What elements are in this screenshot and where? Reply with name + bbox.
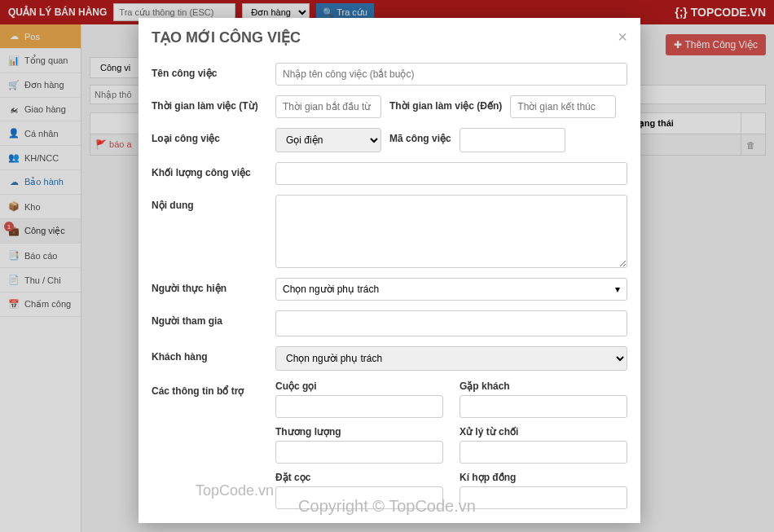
close-icon[interactable]: × (618, 28, 627, 46)
label-participant: Người tham gia (152, 310, 275, 327)
workload-input[interactable] (275, 162, 627, 185)
participant-select[interactable] (275, 310, 627, 336)
chevron-down-icon: ▾ (615, 284, 620, 295)
contract-input[interactable] (460, 486, 627, 509)
task-code-input[interactable] (460, 128, 565, 152)
label-workload: Khối lượng công việc (152, 162, 275, 178)
reject-input[interactable] (460, 441, 627, 464)
call-input[interactable] (275, 395, 443, 418)
label-deposit: Đặt cọc (275, 472, 443, 483)
label-time-to: Thời gian làm việc (Đến) (389, 95, 502, 118)
customer-select[interactable]: Chọn người phụ trách (275, 346, 627, 371)
label-type: Loại công việc (152, 128, 275, 144)
task-name-input[interactable] (275, 63, 627, 86)
content-textarea[interactable] (275, 195, 627, 268)
modal-title: TẠO MỚI CÔNG VIỆC (152, 29, 301, 46)
label-name: Tên công việc (152, 63, 275, 79)
time-to-input[interactable] (510, 95, 616, 118)
meet-input[interactable] (460, 395, 627, 418)
time-from-input[interactable] (275, 95, 381, 118)
label-reject: Xử lý từ chối (460, 426, 627, 437)
label-support: Các thông tin bổ trợ (152, 380, 275, 397)
label-contract: Kí hợp đồng (460, 472, 627, 483)
label-executor: Người thực hiện (152, 278, 275, 294)
label-code: Mã công việc (389, 128, 451, 152)
label-call: Cuộc gọi (275, 380, 443, 392)
label-negotiate: Thương lượng (275, 426, 443, 437)
label-content: Nội dung (152, 195, 275, 211)
negotiate-input[interactable] (275, 441, 443, 464)
create-task-modal: TẠO MỚI CÔNG VIỆC × Tên công việc Thời g… (139, 18, 640, 523)
label-time-from: Thời gian làm việc (Từ) (152, 95, 275, 112)
task-type-select[interactable]: Gọi điện (275, 128, 381, 152)
label-customer: Khách hàng (152, 346, 275, 363)
deposit-input[interactable] (275, 486, 443, 509)
executor-select[interactable]: Chọn người phụ trách▾ (275, 278, 627, 301)
label-meet: Gặp khách (460, 380, 627, 392)
